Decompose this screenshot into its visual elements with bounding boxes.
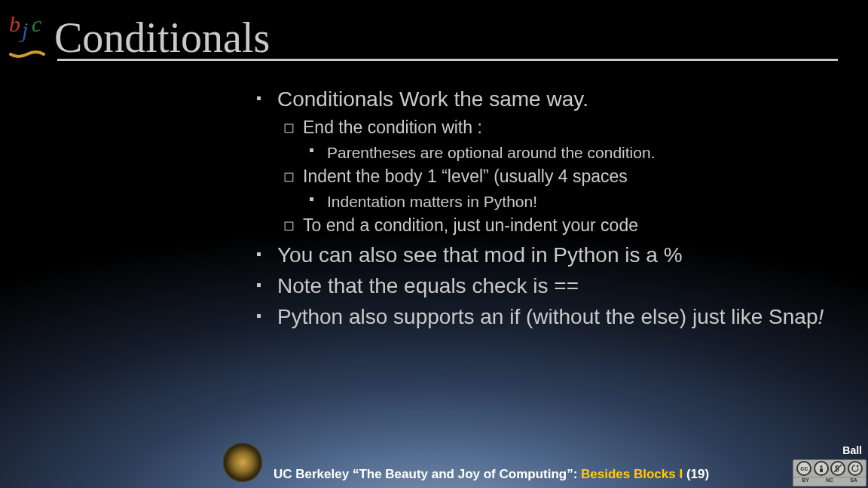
header: b j c Conditionals bbox=[0, 0, 868, 59]
cc-license-icon: cc $ BYNCSA bbox=[793, 459, 866, 486]
slide: b j c Conditionals ▪Conditionals Work th… bbox=[0, 0, 868, 488]
bullet-l2: ◻End the condition with : bbox=[283, 117, 842, 139]
bullet-l3: ▪Indentation matters in Python! bbox=[309, 191, 842, 212]
author: Ball bbox=[842, 444, 862, 456]
bullet-l1: ▪Python also supports an if (without the… bbox=[256, 303, 842, 330]
footer-text: UC Berkeley “The Beauty and Joy of Compu… bbox=[274, 467, 709, 482]
sa-icon bbox=[848, 461, 863, 476]
slide-title: Conditionals bbox=[54, 17, 270, 59]
by-icon bbox=[814, 461, 829, 476]
bullet-l1: ▪Note that the equals check is == bbox=[256, 273, 842, 299]
cc-icon: cc bbox=[796, 461, 811, 476]
bullet-l2: ◻Indent the body 1 “level” (usually 4 sp… bbox=[283, 166, 842, 188]
berkeley-seal-icon bbox=[223, 443, 262, 482]
bjc-logo: b j c bbox=[5, 9, 50, 59]
bullet-l1: ▪You can also see that mod in Python is … bbox=[256, 242, 842, 268]
content: ▪Conditionals Work the same way. ◻End th… bbox=[256, 81, 842, 334]
svg-text:b: b bbox=[9, 11, 20, 36]
bullet-l3: ▪Parentheses are optional around the con… bbox=[309, 142, 842, 163]
bullet-l2: ◻To end a condition, just un-indent your… bbox=[283, 215, 842, 237]
svg-point-3 bbox=[820, 465, 822, 468]
footer: UC Berkeley “The Beauty and Joy of Compu… bbox=[0, 441, 868, 488]
nc-icon: $ bbox=[830, 461, 845, 476]
svg-text:c: c bbox=[32, 11, 41, 36]
bullet-l1: ▪Conditionals Work the same way. bbox=[256, 86, 842, 112]
title-underline bbox=[57, 59, 838, 61]
